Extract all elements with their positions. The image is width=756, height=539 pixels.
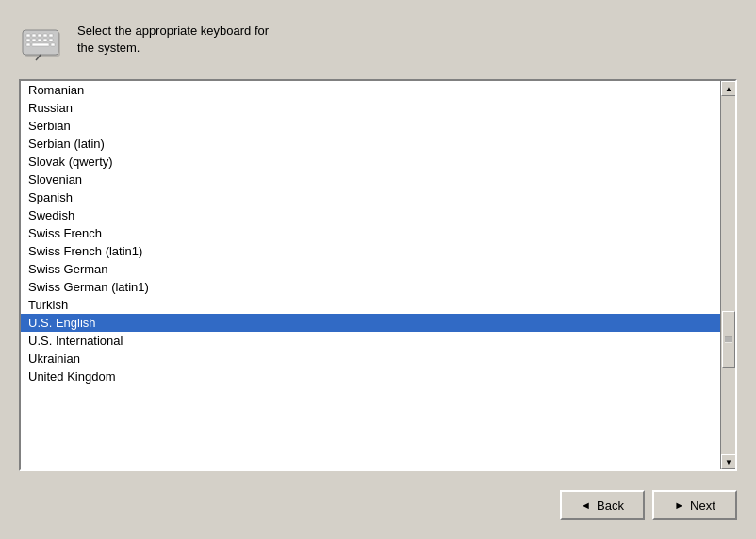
svg-rect-5: [43, 34, 47, 37]
next-icon: ►: [674, 499, 684, 511]
list-item[interactable]: Spanish: [21, 188, 720, 206]
back-label: Back: [597, 498, 624, 513]
list-item[interactable]: United Kingdom: [21, 368, 720, 385]
list-item[interactable]: Turkish: [21, 296, 720, 314]
list-item[interactable]: Swedish: [21, 206, 720, 224]
svg-rect-12: [32, 43, 49, 46]
next-label: Next: [690, 498, 715, 513]
scrollbar[interactable]: ▲ ▼: [720, 81, 735, 469]
footer-buttons: ◄ Back ► Next: [19, 486, 737, 520]
scrollbar-track[interactable]: [721, 96, 735, 454]
header-section: Select the appropriate keyboard for the …: [19, 19, 737, 64]
description-line1: Select the appropriate keyboard for: [77, 24, 269, 38]
svg-rect-8: [32, 39, 36, 41]
svg-rect-2: [26, 34, 30, 37]
list-item[interactable]: Slovenian: [21, 171, 720, 188]
back-icon: ◄: [581, 499, 591, 511]
list-item[interactable]: Serbian: [21, 117, 720, 135]
svg-rect-10: [43, 39, 47, 41]
svg-rect-14: [51, 43, 55, 46]
list-item[interactable]: Swiss French (latin1): [21, 242, 720, 260]
svg-rect-4: [38, 34, 41, 37]
keyboard-icon: [19, 19, 64, 64]
keyboard-list-container: RomanianRussianSerbianSerbian (latin)Slo…: [19, 79, 737, 471]
scrollbar-grip: [725, 337, 732, 342]
list-item[interactable]: U.S. English: [21, 314, 720, 332]
svg-rect-3: [32, 34, 36, 37]
scroll-down-button[interactable]: ▼: [721, 454, 736, 469]
svg-rect-11: [49, 39, 53, 41]
header-description: Select the appropriate keyboard for the …: [77, 23, 269, 57]
list-item[interactable]: Swiss German (latin1): [21, 278, 720, 296]
list-item[interactable]: Swiss German: [21, 260, 720, 278]
scrollbar-thumb[interactable]: [722, 311, 735, 368]
description-line2: the system.: [77, 41, 140, 55]
list-item[interactable]: U.S. International: [21, 332, 720, 350]
list-item[interactable]: Slovak (qwerty): [21, 153, 720, 171]
list-item[interactable]: Romanian: [21, 81, 720, 99]
list-item[interactable]: Swiss French: [21, 224, 720, 242]
keyboard-list[interactable]: RomanianRussianSerbianSerbian (latin)Slo…: [21, 81, 720, 469]
back-button[interactable]: ◄ Back: [560, 490, 645, 520]
svg-rect-9: [38, 39, 41, 41]
list-item[interactable]: Serbian (latin): [21, 135, 720, 153]
next-button[interactable]: ► Next: [652, 490, 737, 520]
list-item[interactable]: Russian: [21, 99, 720, 117]
svg-rect-7: [26, 39, 30, 41]
svg-rect-6: [49, 34, 53, 37]
svg-rect-13: [26, 43, 30, 46]
main-container: Select the appropriate keyboard for the …: [0, 0, 756, 539]
scroll-up-button[interactable]: ▲: [721, 81, 736, 96]
list-item[interactable]: Ukrainian: [21, 350, 720, 368]
